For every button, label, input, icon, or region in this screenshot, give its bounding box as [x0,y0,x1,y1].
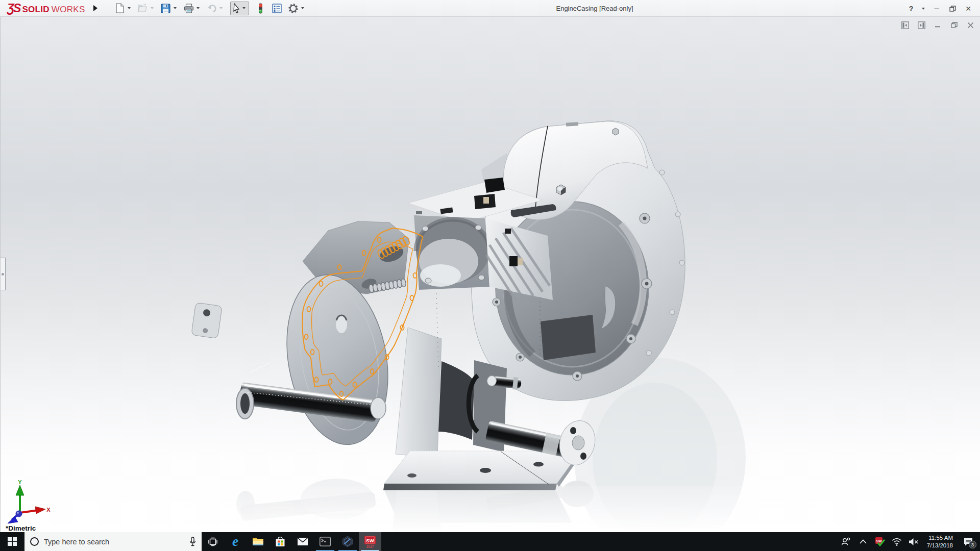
titlebar: ƷS SOLIDWORKS [0,0,980,17]
main-toolbar [114,2,306,15]
select-tool-button[interactable] [230,2,249,15]
close-button[interactable]: ✕ [963,3,974,15]
triad-x-label: X [46,507,51,513]
gear-icon [288,3,299,14]
doc-close-icon [967,22,974,29]
taskbar-solidworks-button[interactable]: SW 2017 [359,532,381,551]
sw-resource-monitor-icon[interactable]: SW [873,532,887,551]
document-title: EngineCasing [Read-only] [556,0,633,17]
taskbar-task-view-button[interactable] [202,532,224,551]
help-dropdown-caret-icon[interactable] [920,2,926,15]
taskbar-mail-button[interactable] [291,532,314,551]
dropdown-caret-icon[interactable] [195,2,202,15]
select-cursor-icon [232,3,241,13]
model-scene [1,17,980,532]
graphics-area[interactable]: Y X *Dimetric [0,17,980,532]
notification-center-icon[interactable]: 3 [960,532,977,551]
taskbar-search-box[interactable] [24,532,202,551]
taskbar-store-button[interactable] [269,532,291,551]
panel-tab-dot-icon [2,273,4,276]
open-button[interactable] [137,2,149,15]
taskbar-cmd-button[interactable] [314,532,336,551]
taskbar-edge-button[interactable]: e [224,532,247,551]
scene-root [1,17,980,532]
solidworks-logo-solid: SOLID [22,5,49,15]
tray-time: 11:55 AM [927,534,953,542]
feature-panel-collapsed-tab[interactable] [1,258,6,290]
toolbar-expand-button[interactable] [90,2,101,14]
windows-taskbar: e [0,532,980,551]
dropdown-caret-icon[interactable] [149,2,156,15]
tray-clock[interactable]: 11:55 AM 7/13/2018 [924,534,956,549]
pane-left-icon [901,21,909,29]
solidworks-logo-mark: ƷS [7,2,20,15]
people-icon[interactable] [840,532,853,551]
notification-badge: 3 [969,541,976,548]
minimize-button[interactable]: ─ [931,3,942,15]
dropdown-caret-icon[interactable] [300,2,306,15]
doc-minimize-icon [935,22,941,28]
solidworks-window: ƷS SOLIDWORKS [0,0,980,551]
windows-logo-icon [8,537,17,546]
support-flange [191,303,222,339]
feature-list-icon [272,4,282,13]
edrawings-icon [342,536,353,547]
solidworks-app-icon: SW 2017 [363,535,377,548]
solidworks-logo-works: WORKS [52,5,85,15]
wifi-icon[interactable] [890,532,903,551]
tray-date: 7/13/2018 [927,542,953,549]
command-prompt-icon [320,537,331,546]
store-icon [275,536,285,547]
view-orientation-label: *Dimetric [6,524,36,532]
system-tray: SW 11:55 AM 7/13/201 [840,532,980,551]
tray-sw-text: SW [876,539,882,543]
sw-icon-year: 2017 [366,544,374,548]
rebuild-stoplight-button[interactable] [255,2,267,15]
stoplight-icon [258,3,263,14]
save-floppy-icon [161,4,170,13]
open-folder-icon [138,4,148,13]
cortana-icon [30,537,39,546]
doc-minimize-button[interactable] [933,20,942,30]
restore-button[interactable] [947,3,958,15]
doc-next-pane-button[interactable] [917,20,926,30]
task-view-icon [208,537,218,547]
doc-prev-pane-button[interactable] [900,20,910,30]
restore-icon [949,6,956,12]
window-controls: ? ─ ✕ [907,0,974,17]
microphone-icon[interactable] [189,537,196,546]
expand-arrow-icon [93,5,97,11]
taskbar-edrawings-button[interactable] [336,532,359,551]
tray-chevron-icon[interactable] [856,532,870,551]
feature-list-button[interactable] [271,2,283,15]
pane-right-icon [918,21,925,29]
solidworks-logo: ƷS SOLIDWORKS [7,2,85,15]
base-plate [383,451,582,490]
new-document-icon [115,3,125,13]
dropdown-caret-icon[interactable] [126,2,133,15]
save-button[interactable] [160,2,172,15]
doc-restore-icon [951,22,958,28]
help-button[interactable]: ? [907,3,915,15]
mail-icon [297,537,308,546]
undo-button[interactable] [206,2,218,15]
taskbar-file-explorer-button[interactable] [247,532,269,551]
dropdown-caret-icon[interactable] [241,2,248,15]
orientation-triad: Y X [3,479,52,526]
start-button[interactable] [0,532,24,551]
taskbar-search-input[interactable] [44,538,184,546]
dropdown-caret-icon[interactable] [218,2,225,15]
file-explorer-icon [252,537,264,546]
doc-restore-button[interactable] [949,20,959,30]
options-button[interactable] [287,2,300,15]
print-button[interactable] [183,2,195,15]
printer-icon [184,4,194,13]
edge-icon: e [232,534,238,549]
doc-close-button[interactable] [966,20,975,30]
new-document-button[interactable] [114,2,126,15]
triad-y-label: Y [18,479,22,485]
sw-icon-text: SW [366,537,374,543]
volume-muted-icon[interactable] [907,532,920,551]
document-window-controls [900,20,975,30]
dropdown-caret-icon[interactable] [172,2,179,15]
